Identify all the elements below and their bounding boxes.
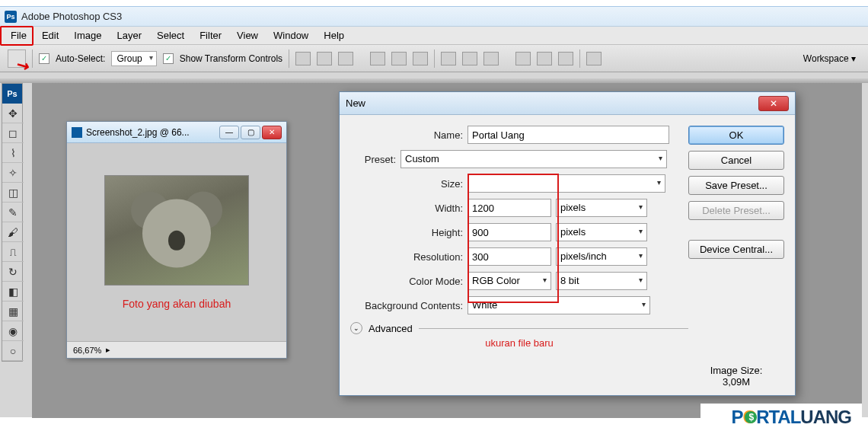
image-size-label: Image Size: xyxy=(688,365,784,376)
brush-tool[interactable]: 🖌 xyxy=(2,222,24,242)
menu-image[interactable]: Image xyxy=(66,27,109,43)
maximize-button[interactable]: ▢ xyxy=(241,126,260,139)
color-depth-select[interactable]: 8 bit xyxy=(556,272,647,290)
logo-letter: UANG xyxy=(800,407,851,427)
annotation-arrow-icon: ↘ xyxy=(12,54,33,76)
width-input[interactable] xyxy=(468,199,551,217)
options-bar: ↘ ✓ Auto-Select: Group ✓ Show Transform … xyxy=(0,45,868,72)
menu-layer[interactable]: Layer xyxy=(110,27,150,43)
align-icon[interactable] xyxy=(295,52,311,65)
close-button[interactable]: ✕ xyxy=(262,126,282,139)
eyedropper-tool[interactable]: ✎ xyxy=(2,203,24,222)
document-window[interactable]: Screenshot_2.jpg @ 66... — ▢ ✕ Foto yang… xyxy=(66,121,287,359)
separator xyxy=(579,49,580,68)
resolution-label: Resolution: xyxy=(350,251,463,263)
menu-select[interactable]: Select xyxy=(149,27,192,43)
blur-tool[interactable]: ◉ xyxy=(2,321,24,341)
menu-filter[interactable]: Filter xyxy=(192,27,229,43)
toolbox: Ps ✥ ◻ ⌇ ✧ ◫ ✎ 🖌 ⎍ ↻ ◧ ▦ ◉ ○ xyxy=(2,83,23,362)
move-tool-indicator: ↘ xyxy=(8,49,26,68)
menu-help[interactable]: Help xyxy=(316,27,352,43)
history-brush-tool[interactable]: ↻ xyxy=(2,262,24,282)
height-input[interactable] xyxy=(468,223,551,241)
distribute-icon[interactable] xyxy=(441,52,456,65)
name-label: Name: xyxy=(350,129,463,141)
height-unit-select[interactable]: pixels xyxy=(556,223,647,241)
dialog-titlebar[interactable]: New ✕ xyxy=(340,92,795,115)
lasso-tool[interactable]: ⌇ xyxy=(2,143,24,163)
align-icon[interactable] xyxy=(317,52,332,65)
logo-letter: O$ xyxy=(742,407,756,427)
align-icon[interactable] xyxy=(338,52,353,65)
menu-file[interactable]: File xyxy=(3,27,34,43)
minimize-button[interactable]: — xyxy=(219,126,239,139)
resolution-unit-select[interactable]: pixels/inch xyxy=(556,247,647,266)
delete-preset-button: Delete Preset... xyxy=(688,201,784,220)
document-title: Screenshot_2.jpg @ 66... xyxy=(86,127,190,138)
menubar: File Edit Image Layer Select Filter View… xyxy=(0,27,868,45)
menu-window[interactable]: Window xyxy=(266,27,316,43)
align-icon[interactable] xyxy=(391,52,407,65)
width-label: Width: xyxy=(350,203,463,214)
ok-button[interactable]: OK xyxy=(688,126,784,145)
toolbox-header-icon: Ps xyxy=(2,84,22,104)
distribute-icon[interactable] xyxy=(558,52,573,65)
app-icon: Ps xyxy=(5,11,17,23)
document-icon xyxy=(72,127,82,138)
menu-view[interactable]: View xyxy=(229,27,266,43)
advanced-label[interactable]: Advanced xyxy=(369,323,413,334)
app-title: Adobe Photoshop CS3 xyxy=(21,11,122,22)
color-mode-label: Color Mode: xyxy=(350,276,463,287)
preset-label: Preset: xyxy=(350,154,396,165)
advanced-toggle-icon[interactable]: ⌄ xyxy=(350,322,362,334)
logo-letter: P xyxy=(731,407,742,427)
show-transform-checkbox[interactable]: ✓ xyxy=(163,53,174,64)
distribute-icon[interactable] xyxy=(537,52,552,65)
align-icon[interactable] xyxy=(413,52,428,65)
workspace-button[interactable]: Workspace ▾ xyxy=(799,52,860,65)
device-central-button[interactable]: Device Central... xyxy=(688,240,784,259)
watermark-logo: PO$RTALUANG xyxy=(700,404,862,429)
resolution-input[interactable] xyxy=(468,247,551,266)
height-label: Height: xyxy=(350,227,463,238)
stamp-tool[interactable]: ⎍ xyxy=(2,242,24,262)
auto-select-combo[interactable]: Group xyxy=(111,51,156,66)
distribute-icon[interactable] xyxy=(462,52,477,65)
width-unit-select[interactable]: pixels xyxy=(556,199,647,217)
wand-tool[interactable]: ✧ xyxy=(2,163,24,183)
cancel-button[interactable]: Cancel xyxy=(688,151,784,170)
document-statusbar: 66,67% ▸ xyxy=(67,341,286,358)
gradient-tool[interactable]: ▦ xyxy=(2,302,24,321)
auto-select-checkbox[interactable]: ✓ xyxy=(39,53,49,64)
marquee-tool[interactable]: ◻ xyxy=(2,123,24,143)
menu-edit[interactable]: Edit xyxy=(34,27,66,43)
separator xyxy=(32,49,33,68)
document-titlebar[interactable]: Screenshot_2.jpg @ 66... — ▢ ✕ xyxy=(67,122,286,143)
size-select xyxy=(468,174,665,193)
zoom-level[interactable]: 66,67% xyxy=(73,346,101,355)
annotation-text: ukuran file baru xyxy=(485,337,554,349)
distribute-icon[interactable] xyxy=(483,52,499,65)
align-icon[interactable] xyxy=(370,52,385,65)
annotation-caption: Foto yang akan diubah xyxy=(123,298,231,310)
auto-align-icon[interactable] xyxy=(586,52,602,65)
name-input[interactable] xyxy=(468,126,669,144)
show-transform-label: Show Transform Controls xyxy=(180,53,282,64)
color-mode-select[interactable]: RGB Color xyxy=(468,272,551,290)
save-preset-button[interactable]: Save Preset... xyxy=(688,176,784,195)
dodge-tool[interactable]: ○ xyxy=(2,341,24,361)
crop-tool[interactable]: ◫ xyxy=(2,183,24,203)
status-icon: ▸ xyxy=(106,345,110,355)
distribute-icon[interactable] xyxy=(515,52,531,65)
image-preview xyxy=(104,175,249,286)
bg-contents-label: Background Contents: xyxy=(350,300,463,311)
logo-letter: RTAL xyxy=(756,407,800,427)
eraser-tool[interactable]: ◧ xyxy=(2,282,24,302)
image-size-value: 3,09M xyxy=(688,376,784,388)
document-canvas[interactable]: Foto yang akan diubah xyxy=(67,143,286,341)
preset-select[interactable]: Custom xyxy=(400,150,667,168)
move-tool[interactable]: ✥ xyxy=(2,104,24,123)
separator xyxy=(289,49,289,68)
dialog-close-button[interactable]: ✕ xyxy=(758,96,789,111)
bg-contents-select[interactable]: White xyxy=(468,296,650,314)
